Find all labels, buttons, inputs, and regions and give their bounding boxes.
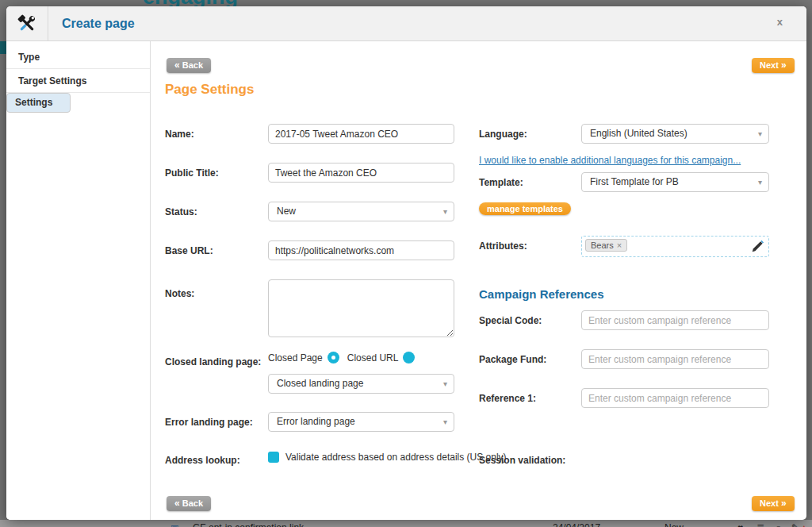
alert-icon: ▲ [799,521,809,527]
chevron-down-icon: ▾ [758,173,762,191]
base-url-input[interactable] [268,240,454,260]
error-landing-label: Error landing page: [165,417,253,428]
next-arrows-icon: » [781,498,787,509]
attributes-label: Attributes: [479,240,527,252]
package-fund-input[interactable] [581,349,769,369]
sidebar-item-type[interactable]: Type [6,45,150,69]
session-validation-label: Session validation: [479,455,565,466]
close-icon[interactable]: x [777,16,783,28]
closed-page-radio[interactable] [327,352,339,364]
next-button-top[interactable]: Next » [752,58,795,73]
chevron-down-icon: ▾ [443,413,447,431]
template-select[interactable]: First Template for PB ▾ [581,172,769,192]
back-button-top[interactable]: « Back [167,58,211,73]
special-code-label: Special Code: [479,315,542,326]
back-arrows-icon: « [174,498,180,509]
list-icon: ≣ [756,521,764,527]
template-label: Template: [479,177,523,188]
chevron-down-icon: ▾ [758,125,762,143]
sidebar-item-target-settings[interactable]: Target Settings [6,69,150,93]
name-label: Name: [165,129,194,140]
modal-content: « Back Next » Page Settings Name: Public… [151,41,806,520]
status-select[interactable]: New ▾ [268,202,454,221]
closed-url-option-label: Closed URL [347,352,399,364]
notes-label: Notes: [165,288,194,299]
modal-sidebar: Type Target Settings Settings [6,41,151,520]
reference-1-input[interactable] [581,388,769,408]
language-select[interactable]: English (United States) ▾ [581,124,769,144]
page-icon: ▣ [170,521,178,527]
closed-landing-label: Closed landing page: [165,356,261,367]
heart-icon: ♥ [737,521,743,527]
attribute-tag[interactable]: Bears× [585,239,627,252]
address-lookup-row: Validate address based on address detail… [268,452,507,463]
closed-landing-select[interactable]: Closed landing page ▾ [268,374,454,394]
remove-tag-icon[interactable]: × [617,240,622,250]
address-lookup-checkbox-label: Validate address based on address detail… [285,452,507,463]
create-page-modal: Create page x Type Target Settings Setti… [6,6,806,520]
background-table-bar: ▣ GF opt-in confirmation link 24/04/2017… [0,520,812,527]
closed-landing-radio-group: Closed Page Closed URL [268,352,415,364]
public-title-label: Public Title: [165,167,219,179]
reference-1-label: Reference 1: [479,393,536,404]
chevron-down-icon: ▾ [443,375,447,393]
error-landing-select[interactable]: Error landing page ▾ [268,412,454,432]
additional-languages-link[interactable]: I would like to enable additional langua… [479,155,741,166]
notes-textarea[interactable] [268,279,454,337]
next-button-bottom[interactable]: Next » [752,496,795,511]
address-lookup-label: Address lookup: [165,455,240,466]
modal-title: Create page [62,6,135,41]
manage-templates-button[interactable]: manage templates [479,202,571,215]
campaign-references-heading: Campaign References [479,287,604,301]
row-status: New [665,521,684,527]
next-arrows-icon: » [781,60,787,71]
closed-url-radio[interactable] [403,352,415,364]
name-input[interactable] [268,124,454,144]
public-title-input[interactable] [268,163,454,183]
modal-header: Create page x [6,6,806,41]
closed-page-option-label: Closed Page [268,352,323,364]
edit-pencil-icon[interactable] [750,240,764,257]
pencil-icon: ✎ [791,521,799,527]
row-date: 24/04/2017 [553,521,600,527]
status-label: Status: [165,206,197,217]
row-name: GF opt-in confirmation link [193,521,304,527]
package-fund-label: Package Fund: [479,354,546,365]
chevron-down-icon: ▾ [443,202,447,221]
back-button-bottom[interactable]: « Back [167,496,211,511]
special-code-input[interactable] [581,310,769,330]
page-title: Page Settings [165,82,254,98]
base-url-label: Base URL: [165,245,213,256]
back-arrows-icon: « [174,60,180,71]
attributes-field[interactable]: Bears× [581,236,769,257]
language-label: Language: [479,129,527,140]
tools-icon [6,6,48,41]
sidebar-item-settings[interactable]: Settings [6,93,71,113]
address-lookup-checkbox[interactable] [268,452,279,463]
background-nav-strip [0,41,6,54]
circle-icon: ○ [776,521,781,527]
